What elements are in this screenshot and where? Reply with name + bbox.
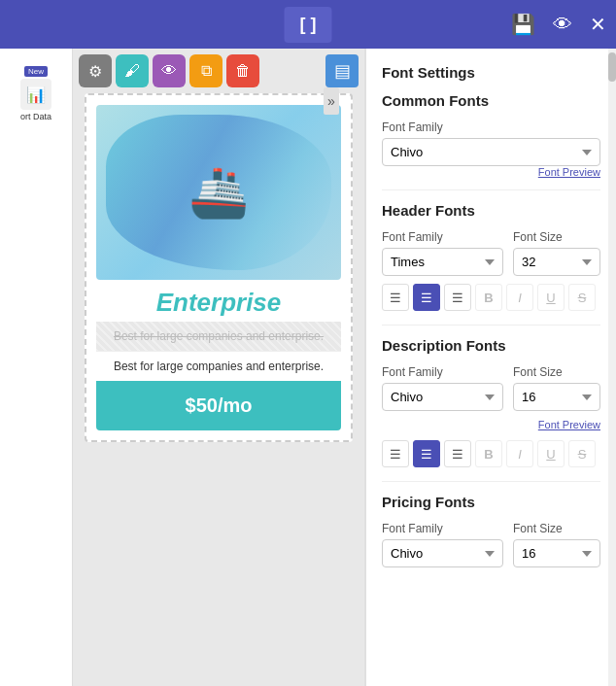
save-icon[interactable]: 💾 — [511, 13, 535, 36]
header-family-col: Font Family Times Arial Chivo — [382, 230, 503, 276]
export-icon: 📊 — [26, 86, 46, 104]
desc-italic-btn[interactable]: I — [506, 440, 533, 467]
delete-tool-btn[interactable]: 🗑 — [226, 54, 259, 87]
card-image: 🚢 — [96, 105, 341, 280]
divider-3 — [382, 481, 600, 482]
ship-icon: 🚢 — [188, 164, 249, 221]
top-bar-icons: 💾 👁 ✕ — [511, 13, 606, 36]
desc-format-bar: ☰ ☰ ☰ B I U S — [382, 440, 600, 467]
close-icon[interactable]: ✕ — [590, 13, 606, 36]
panel-title: Font Settings — [382, 64, 600, 81]
divider-2 — [382, 325, 600, 326]
header-bold-btn[interactable]: B — [475, 284, 502, 311]
pricing-family-label: Font Family — [382, 522, 503, 535]
card-description-striked: Best for large companies and enterprise. — [96, 322, 341, 351]
bracket-btn-container: [ ] — [285, 7, 332, 43]
header-align-center-btn[interactable]: ☰ — [413, 284, 440, 311]
desc-strikethrough-btn[interactable]: S — [568, 440, 596, 467]
header-strikethrough-btn[interactable]: S — [568, 284, 596, 311]
header-format-bar: ☰ ☰ ☰ B I U S — [382, 284, 600, 311]
desc-align-left-btn[interactable]: ☰ — [382, 440, 409, 467]
pricing-select-row: Font Family Chivo Font Size 16 — [382, 522, 600, 567]
header-family-select[interactable]: Times Arial Chivo — [382, 248, 503, 276]
description-fonts-section: Description Fonts Font Family Chivo Aria… — [382, 337, 600, 467]
desc-size-select[interactable]: 16 12 14 18 — [513, 383, 600, 411]
pricing-size-col: Font Size 16 — [513, 522, 600, 567]
left-sidebar: New 📊 ort Data — [0, 49, 73, 686]
header-size-select[interactable]: 32 16 24 48 — [513, 248, 600, 276]
pricing-size-select[interactable]: 16 — [513, 539, 600, 567]
desc-size-label: Font Size — [513, 365, 600, 379]
preview-icon[interactable]: 👁 — [553, 14, 572, 36]
eye-tool-btn[interactable]: 👁 — [153, 54, 186, 87]
desc-family-label: Font Family — [382, 365, 503, 379]
canvas-area: ⚙ 🖌 👁 ⧉ 🗑 ▤ 🚢 Enterprise Best for large … — [73, 49, 364, 686]
export-icon-box: 📊 — [20, 79, 51, 110]
pricing-family-select[interactable]: Chivo — [382, 539, 503, 567]
settings-tool-btn[interactable]: ⚙ — [79, 54, 112, 87]
brush-tool-btn[interactable]: 🖌 — [116, 54, 149, 87]
header-align-right-btn[interactable]: ☰ — [444, 284, 471, 311]
header-fonts-section: Header Fonts Font Family Times Arial Chi… — [382, 202, 600, 311]
right-panel: Font Settings Common Fonts Font Family C… — [364, 49, 616, 686]
copy-tool-btn[interactable]: ⧉ — [189, 54, 222, 87]
common-fonts-heading: Common Fonts — [382, 92, 600, 109]
header-size-label: Font Size — [513, 230, 600, 244]
doc-tool-btn[interactable]: ▤ — [325, 54, 359, 87]
pricing-size-label: Font Size — [513, 522, 600, 535]
header-italic-btn[interactable]: I — [506, 284, 533, 311]
expand-panel-btn[interactable]: » — [324, 87, 339, 115]
header-fonts-heading: Header Fonts — [382, 202, 600, 219]
canvas-toolbar: ⚙ 🖌 👁 ⧉ 🗑 ▤ — [73, 49, 364, 93]
desc-align-center-btn[interactable]: ☰ — [413, 440, 440, 467]
new-badge: New — [24, 66, 48, 77]
card-description-plain: Best for large companies and enterprise. — [96, 351, 341, 381]
desc-size-col: Font Size 16 12 14 18 — [513, 365, 600, 411]
description-select-row: Font Family Chivo Arial Times Font Size … — [382, 365, 600, 411]
desc-bold-btn[interactable]: B — [475, 440, 502, 467]
divider-1 — [382, 189, 600, 190]
common-font-preview-link[interactable]: Font Preview — [382, 166, 600, 178]
common-family-select[interactable]: Chivo Arial Times Roboto — [382, 138, 600, 166]
card-price-bar: $50/mo — [96, 381, 341, 430]
desc-font-preview-link[interactable]: Font Preview — [382, 419, 600, 430]
scrollbar-thumb[interactable] — [608, 52, 616, 82]
card-title: Enterprise — [96, 288, 341, 318]
desc-align-right-btn[interactable]: ☰ — [444, 440, 471, 467]
description-fonts-heading: Description Fonts — [382, 337, 600, 354]
common-fonts-section: Common Fonts Font Family Chivo Arial Tim… — [382, 92, 600, 178]
header-size-col: Font Size 32 16 24 48 — [513, 230, 600, 276]
header-family-label: Font Family — [382, 230, 503, 244]
header-select-row: Font Family Times Arial Chivo Font Size … — [382, 230, 600, 276]
main-layout: New 📊 ort Data ⚙ 🖌 👁 ⧉ 🗑 ▤ 🚢 Enterprise … — [0, 49, 616, 686]
sidebar-item-export[interactable]: New 📊 ort Data — [13, 58, 59, 130]
desc-family-select[interactable]: Chivo Arial Times — [382, 383, 503, 411]
card-price: $50 — [186, 394, 218, 416]
card-per: /mo — [218, 394, 253, 416]
card: 🚢 Enterprise Best for large companies an… — [85, 93, 353, 442]
top-bar: [ ] 💾 👁 ✕ — [0, 0, 616, 49]
pricing-fonts-heading: Pricing Fonts — [382, 494, 600, 510]
scrollbar-track — [608, 49, 616, 686]
bracket-button[interactable]: [ ] — [285, 7, 332, 43]
sidebar-label: ort Data — [20, 112, 51, 122]
pricing-family-col: Font Family Chivo — [382, 522, 503, 567]
header-underline-btn[interactable]: U — [537, 284, 565, 311]
desc-family-col: Font Family Chivo Arial Times — [382, 365, 503, 411]
header-align-left-btn[interactable]: ☰ — [382, 284, 409, 311]
desc-underline-btn[interactable]: U — [537, 440, 565, 467]
pricing-fonts-section: Pricing Fonts Font Family Chivo Font Siz… — [382, 494, 600, 567]
common-family-label: Font Family — [382, 120, 600, 134]
